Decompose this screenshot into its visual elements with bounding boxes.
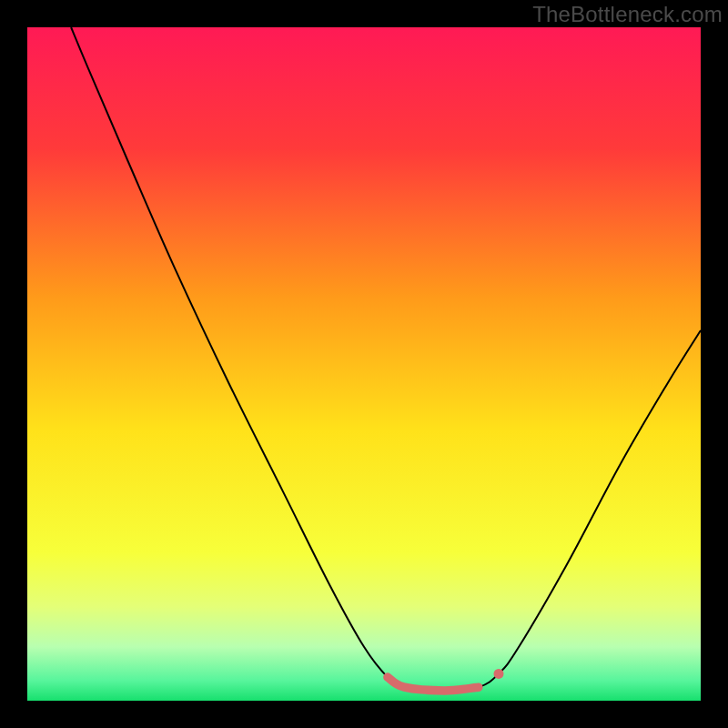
chart-frame: TheBottleneck.com	[0, 0, 728, 728]
watermark-text: TheBottleneck.com	[532, 2, 723, 27]
highlight-dot-0	[494, 669, 504, 679]
plot-background	[27, 27, 701, 701]
bottleneck-chart	[0, 0, 728, 728]
